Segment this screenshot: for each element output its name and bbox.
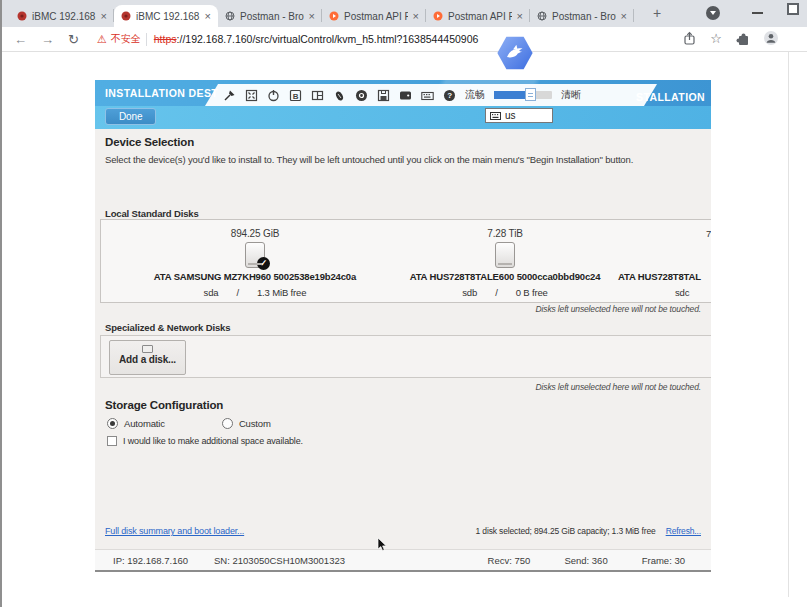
radio-automatic[interactable] (107, 418, 118, 429)
minimize-button[interactable] (752, 12, 763, 14)
bird-icon (502, 41, 528, 65)
status-recv: Recv: 750 (488, 555, 531, 566)
additional-space-label[interactable]: I would like to make additional space av… (123, 436, 303, 446)
add-disk-button[interactable]: Add a disk... (109, 340, 186, 375)
disk-icon (495, 242, 515, 268)
pin-icon[interactable] (223, 89, 236, 102)
url-scheme: https (154, 33, 177, 45)
disk-size: 7 (706, 228, 711, 239)
browser-tabstrip: iBMC 192.168.7.16 × iBMC 192.168.7.16 × … (0, 0, 807, 27)
slider-handle[interactable] (525, 88, 536, 101)
globe-favicon (537, 11, 547, 21)
tab-postman-browse-1[interactable]: Postman - Browse × (218, 5, 322, 27)
disk-sdc[interactable]: 7 ATA HUS728T8TAL sdc (618, 220, 711, 303)
reload-icon[interactable]: ↻ (68, 32, 79, 47)
tab-postman-api-2[interactable]: Postman API Platfo × (426, 5, 530, 27)
tab-postman-api-1[interactable]: Postman API Platfo × (322, 5, 426, 27)
new-tab-button[interactable]: + (648, 5, 666, 23)
local-disks-box: 894.25 GiB ✓ ATA SAMSUNG MZ7KH960 500253… (100, 219, 711, 303)
radio-custom[interactable] (222, 418, 233, 429)
url-field[interactable]: https://192.168.7.160/src/virtualControl… (154, 33, 479, 45)
unselected-note-2: Disks left unselected here will not be t… (536, 382, 701, 392)
keyboard-icon (490, 112, 501, 120)
header-band-bottom (95, 106, 711, 129)
close-icon[interactable]: × (309, 11, 315, 22)
security-warning-text: 不安全 (111, 32, 141, 46)
forward-icon[interactable]: → (41, 32, 54, 47)
tab-title: Postman - Browse (240, 11, 304, 22)
status-sn: SN: 2103050CSH10M3001323 (214, 555, 345, 566)
unselected-note: Disks left unselected here will not be t… (536, 304, 701, 314)
disk-dev: sdc (675, 287, 689, 298)
close-icon[interactable]: × (101, 11, 107, 22)
screen-capture-icon[interactable] (399, 89, 412, 102)
additional-space-row: I would like to make additional space av… (107, 436, 303, 446)
quality-slider[interactable] (494, 91, 552, 99)
virtual-keyboard-icon[interactable] (421, 89, 434, 102)
help-icon[interactable]: ? (443, 89, 456, 102)
disk-dev-row: sdb / 0 B free (462, 287, 547, 298)
bookmark-star-icon[interactable]: ☆ (710, 31, 722, 46)
extensions-puzzle-icon[interactable] (735, 31, 750, 46)
full-disk-summary-link[interactable]: Full disk summary and boot loader... (105, 526, 244, 536)
disk-dev: sda (204, 287, 219, 298)
disk-dev: sdb (462, 287, 477, 298)
mouse-icon[interactable] (333, 89, 346, 102)
postman-favicon (433, 11, 443, 21)
fullscreen-icon[interactable] (245, 89, 258, 102)
tabs-container: iBMC 192.168.7.16 × iBMC 192.168.7.16 × … (10, 5, 634, 27)
security-indicator[interactable]: ⚠ 不安全 (97, 32, 141, 46)
tab-title: Postman - Browse (552, 11, 616, 22)
status-metrics: Recv: 750 Send: 360 Frame: 30 (488, 555, 685, 566)
tab-ibmc-2-active[interactable]: iBMC 192.168.7.16 × (114, 5, 218, 27)
installer-title: INSTALLATION DEST (105, 87, 218, 99)
window-left-edge (0, 0, 2, 607)
maximize-button[interactable] (787, 3, 799, 15)
keyboard-layout-label: us (505, 110, 515, 121)
add-disk-icon (142, 345, 153, 353)
tab-postman-browse-2[interactable]: Postman - Browse × (530, 5, 634, 27)
keyboard-macro-b-icon[interactable]: B (289, 89, 302, 102)
profile-avatar[interactable] (763, 30, 779, 46)
svg-text:B: B (293, 91, 299, 100)
mouse-cursor (377, 537, 389, 556)
disk-name: ATA HUS728T8TALE600 5000cca0bbd90c24 (379, 271, 631, 282)
record-icon[interactable] (355, 89, 368, 102)
status-ip: IP: 192.168.7.160 (113, 555, 188, 566)
kvm-toolbar: B ? 流畅 清晰 (205, 84, 657, 106)
additional-space-checkbox[interactable] (107, 436, 117, 446)
storage-configuration-title: Storage Configuration (105, 399, 223, 411)
specialized-disks-box: Add a disk... (100, 335, 711, 378)
power-icon[interactable] (267, 89, 280, 102)
page-divider (788, 52, 789, 597)
refresh-link[interactable]: Refresh... (666, 526, 701, 536)
radio-automatic-label[interactable]: Automatic (124, 418, 165, 429)
keyboard-layout-indicator[interactable]: us (485, 108, 553, 123)
close-icon[interactable]: × (621, 11, 627, 22)
globe-favicon (225, 11, 235, 21)
radio-custom-label[interactable]: Custom (239, 418, 271, 429)
tab-title: Postman API Platfo (344, 11, 408, 22)
close-icon[interactable]: × (205, 11, 211, 22)
svg-text:?: ? (447, 91, 452, 100)
done-button[interactable]: Done (105, 108, 156, 125)
tab-title: iBMC 192.168.7.16 (32, 11, 96, 22)
ibmc-favicon (121, 11, 131, 21)
close-icon[interactable]: × (413, 11, 419, 22)
tab-search-button[interactable] (706, 6, 720, 20)
share-icon[interactable] (682, 31, 697, 46)
status-frame: Frame: 30 (642, 555, 685, 566)
add-disk-label: Add a disk... (110, 354, 185, 365)
close-icon[interactable]: × (517, 11, 523, 22)
disk-free: 1.3 MiB free (257, 287, 306, 298)
tab-ibmc-1[interactable]: iBMC 192.168.7.16 × (10, 5, 114, 27)
partition-grid-icon[interactable] (311, 89, 324, 102)
disk-sdb[interactable]: 7.28 TiB ATA HUS728T8TALE600 5000cca0bbd… (379, 220, 631, 300)
back-icon[interactable]: ← (14, 32, 27, 47)
disk-sda[interactable]: 894.25 GiB ✓ ATA SAMSUNG MZ7KH960 500253… (129, 220, 381, 300)
storage-radio-row: Automatic Custom (107, 418, 271, 429)
save-floppy-icon[interactable] (377, 89, 390, 102)
address-bar-actions: ☆ (682, 30, 779, 46)
quality-sharp-label: 清晰 (561, 88, 581, 102)
status-send: Send: 360 (564, 555, 607, 566)
